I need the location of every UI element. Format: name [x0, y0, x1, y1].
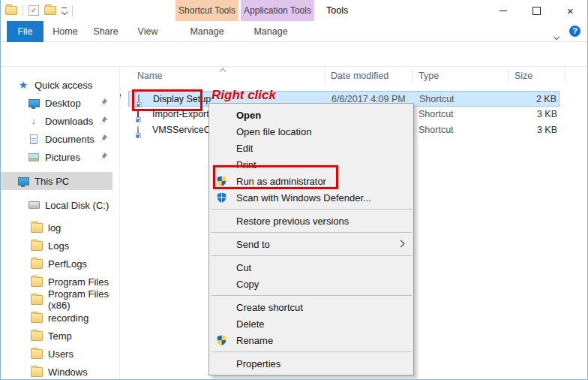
shortcut-tools-header[interactable]: Shortcut Tools [176, 0, 238, 21]
shortcut-arrow-icon [136, 117, 141, 122]
menu-item-label: Open [236, 110, 261, 121]
menu-item-label: Run as administrator [236, 176, 326, 187]
uac-shield-icon [216, 334, 228, 346]
customize-quick-access-icon[interactable] [62, 8, 67, 14]
maximize-button[interactable] [520, 0, 554, 21]
sidebar-item-local-disk-c-[interactable]: Local Disk (C:) [1, 196, 112, 214]
sidebar-item-label: Local Disk (C:) [45, 200, 109, 211]
menu-item-open[interactable]: Open [209, 107, 413, 123]
menu-item-restore-previous-versions[interactable]: Restore previous versions [209, 213, 413, 229]
sidebar-item-label: Windows [48, 366, 88, 378]
collapse-ribbon-button[interactable] [554, 29, 559, 42]
menu-item-properties[interactable]: Properties [209, 355, 413, 372]
documents-icon [28, 133, 40, 145]
sidebar-item-users[interactable]: Users [1, 345, 112, 363]
tab-view[interactable]: View [131, 21, 164, 42]
sidebar-item-program-files-x86-[interactable]: Program Files (x86) [1, 291, 112, 309]
file-size: 3 KB [537, 107, 557, 122]
menu-item-label: Scan with Windows Defender... [236, 192, 371, 204]
menu-item-label: Print [236, 159, 256, 170]
sidebar-item-documents[interactable]: Documents [1, 130, 112, 148]
sidebar-item-label: Desktop [45, 98, 81, 109]
maximize-icon [532, 7, 541, 15]
folder-icon [31, 240, 43, 252]
sidebar-item-logs[interactable]: Logs [1, 237, 112, 255]
file-type: Shortcut [419, 92, 454, 107]
close-button[interactable]: × [554, 0, 587, 21]
sidebar-item-label: Program Files (x86) [48, 288, 112, 311]
column-header-size[interactable]: Size [514, 68, 532, 84]
menu-item-send-to[interactable]: Send to [209, 236, 413, 252]
sidebar-item-quick-access[interactable]: ★Quick access [1, 76, 112, 94]
application-tools-header[interactable]: Application Tools [241, 0, 314, 21]
vms-service-shortcut-icon [137, 126, 139, 137]
menu-item-cut[interactable]: Cut [209, 259, 413, 276]
file-name: VMSServiceCo [152, 122, 216, 138]
menu-item-label: Send to [236, 239, 270, 250]
import-export-shortcut-icon [137, 110, 139, 121]
column-divider[interactable] [565, 68, 566, 83]
menu-item-copy[interactable]: Copy [209, 276, 413, 292]
folder-icon [31, 258, 43, 270]
column-divider[interactable] [508, 68, 509, 83]
menu-separator [211, 255, 412, 256]
sidebar-item-label: Program Files [48, 276, 109, 288]
menu-item-open-file-location[interactable]: Open file location [209, 123, 413, 140]
pictures-icon [28, 151, 40, 163]
file-type: Shortcut [418, 122, 454, 138]
menu-separator [211, 351, 412, 352]
tab-share[interactable]: Share [89, 21, 122, 42]
folder-icon [31, 330, 43, 342]
address-bar: ← → ↑ « Start Menu›Programs›VIVOTEK VAST… [1, 42, 587, 67]
tab-file[interactable]: File [7, 21, 44, 42]
menu-item-run-as-administrator[interactable]: Run as administrator [209, 173, 413, 189]
sidebar-item-downloads[interactable]: ↓Downloads [1, 112, 112, 130]
defender-shield-icon [216, 192, 228, 204]
minimize-button[interactable] [486, 0, 520, 21]
sidebar-item-label: Downloads [45, 116, 93, 127]
sidebar-item-log[interactable]: log [1, 219, 112, 237]
menu-item-print[interactable]: Print [209, 156, 413, 173]
menu-item-edit[interactable]: Edit [209, 140, 413, 156]
chevron-down-icon [554, 34, 560, 40]
column-divider[interactable] [412, 68, 413, 83]
tab-manage-application-tools[interactable]: Manage [244, 21, 298, 42]
file-size: 3 KB [537, 122, 557, 138]
properties-check-icon[interactable]: ✓ [28, 5, 39, 16]
menu-item-rename[interactable]: Rename [209, 332, 413, 348]
column-header-date-modified[interactable]: Date modified [331, 68, 388, 84]
quick-access-toolbar: ✓ [5, 0, 73, 21]
close-icon: × [567, 5, 574, 17]
menu-item-delete[interactable]: Delete [209, 315, 413, 332]
sidebar-item-temp[interactable]: Temp [1, 327, 112, 345]
sidebar-item-label: Users [48, 348, 74, 360]
menu-item-create-shortcut[interactable]: Create shortcut [209, 299, 413, 315]
tab-manage-shortcut-tools[interactable]: Manage [179, 21, 235, 42]
this-pc-monitor-icon [17, 175, 29, 187]
sidebar-item-recording[interactable]: recording [1, 309, 112, 327]
local-disk-icon [28, 199, 40, 211]
sidebar-item-desktop[interactable]: Desktop [1, 94, 112, 112]
folder-icon [31, 222, 43, 234]
sidebar-item-pictures[interactable]: Pictures [1, 148, 112, 166]
minimize-icon [500, 11, 507, 11]
new-folder-icon[interactable] [44, 6, 56, 15]
menu-item-label: Cut [236, 262, 251, 273]
menu-item-label: Edit [236, 143, 253, 154]
column-header-type[interactable]: Type [418, 68, 439, 84]
sidebar-item-label: PerfLogs [48, 258, 87, 270]
sidebar-item-label: recording [48, 312, 88, 324]
help-button[interactable]: ? [569, 26, 580, 37]
column-header-name[interactable]: Name [137, 68, 162, 84]
tab-home[interactable]: Home [47, 21, 83, 42]
file-type: Shortcut [418, 107, 454, 122]
pin-icon [100, 152, 108, 163]
sidebar-item-perflogs[interactable]: PerfLogs [1, 255, 112, 273]
sidebar-item-this-pc[interactable]: This PC [1, 172, 112, 190]
sidebar-item-windows[interactable]: Windows [1, 363, 112, 379]
column-divider[interactable] [325, 68, 326, 83]
menu-item-scan-with-windows-defender-[interactable]: Scan with Windows Defender... [209, 189, 413, 206]
file-size: 2 KB [536, 92, 556, 107]
menu-item-label: Create shortcut [236, 302, 303, 313]
sidebar-item-label: This PC [34, 176, 69, 187]
